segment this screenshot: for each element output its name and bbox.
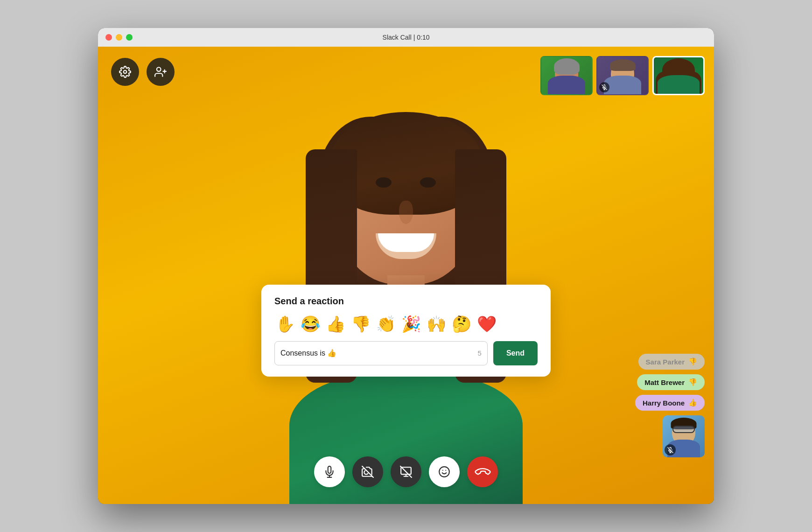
screen-share-button[interactable] [391,456,421,487]
reaction-bubble-matt-name: Matt Brewer [644,378,685,386]
reaction-bubbles: Sara Parker 👎 Matt Brewer 👎 Harry Boone … [635,354,705,411]
bottom-avatar-muted-badge [665,444,676,455]
reaction-bubble-sara-emoji: 👎 [688,357,697,366]
reaction-bubble-matt: Matt Brewer 👎 [637,374,705,390]
reaction-bubble-harry: Harry Boone 👍 [635,395,705,411]
message-input[interactable] [280,349,474,357]
bottom-right-avatar[interactable] [663,415,705,457]
message-input-wrap: 5 [274,341,488,365]
reaction-bubble-harry-emoji: 👍 [688,399,697,407]
reaction-bubble-sara-name: Sara Parker [646,358,685,366]
traffic-lights [105,34,133,41]
svg-point-14 [439,467,449,477]
window-title: Slack Call | 0:10 [383,34,430,41]
maximize-button[interactable] [126,34,133,41]
left-eye [376,177,392,188]
call-area: Send a reaction ✋ 😂 👍 👎 👏 🎉 🙌 🤔 ❤️ 5 Sen… [98,47,714,504]
call-window: Slack Call | 0:10 [98,28,714,504]
reaction-bubble-matt-emoji: 👎 [688,378,697,386]
titlebar: Slack Call | 0:10 [98,28,714,47]
emoji-hand[interactable]: ✋ [274,315,296,333]
emoji-laugh[interactable]: 😂 [300,315,321,333]
emoji-clap[interactable]: 👏 [375,315,397,333]
top-controls [111,58,175,86]
svg-point-1 [157,67,161,71]
reaction-panel: Send a reaction ✋ 😂 👍 👎 👏 🎉 🙌 🤔 ❤️ 5 Sen… [261,285,551,377]
hangup-button[interactable] [467,456,498,487]
right-eye [420,177,436,188]
participant-thumb-1[interactable] [540,56,593,95]
video-button[interactable] [352,456,383,487]
emoji-heart[interactable]: ❤️ [476,315,497,333]
bottom-controls [314,456,498,487]
settings-button[interactable] [111,58,139,86]
message-input-row: 5 Send [274,341,538,365]
emoji-reaction-button[interactable] [429,456,460,487]
add-person-button[interactable] [147,58,175,86]
emoji-thumbsdown[interactable]: 👎 [350,315,371,333]
muted-indicator-2 [599,82,609,92]
reaction-bubble-harry-name: Harry Boone [643,399,685,407]
minimize-button[interactable] [116,34,122,41]
emoji-party[interactable]: 🎉 [400,315,422,333]
char-count: 5 [478,349,482,357]
emoji-thumbsup[interactable]: 👍 [325,315,346,333]
bottom-right-avatar-wrap [663,415,705,457]
participant-thumb-3[interactable] [652,56,705,95]
emoji-think[interactable]: 🤔 [451,315,472,333]
svg-point-0 [124,70,127,74]
reaction-bubble-sara: Sara Parker 👎 [638,354,705,370]
emoji-row: ✋ 😂 👍 👎 👏 🎉 🙌 🤔 ❤️ [274,315,538,333]
send-button[interactable]: Send [493,341,538,365]
participants-row [540,56,705,95]
teeth [378,233,434,252]
emoji-wave[interactable]: 🙌 [426,315,447,333]
close-button[interactable] [105,34,112,41]
participant-thumb-2[interactable] [596,56,649,95]
mic-button[interactable] [314,456,345,487]
reaction-panel-title: Send a reaction [274,296,538,307]
nose [399,201,413,224]
